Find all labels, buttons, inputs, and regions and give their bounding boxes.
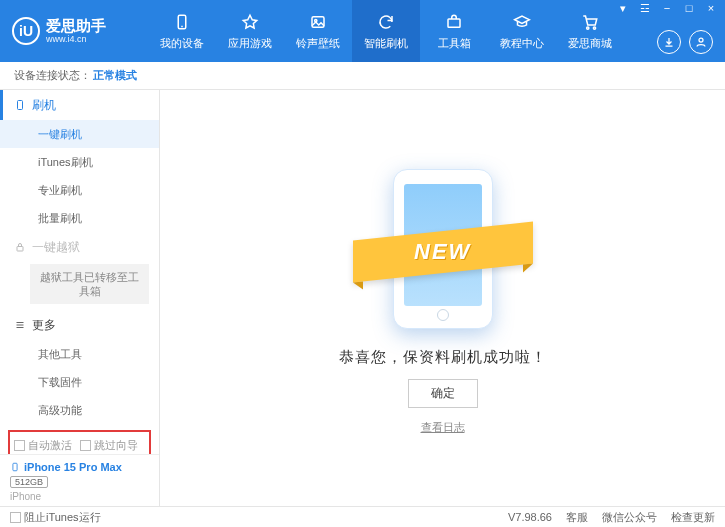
device-info: iPhone 15 Pro Max 512GB iPhone <box>0 454 159 506</box>
view-log-link[interactable]: 查看日志 <box>421 420 465 435</box>
sidebar-section-jailbreak[interactable]: 一键越狱 <box>0 232 159 262</box>
nav-apps[interactable]: 应用游戏 <box>216 0 284 62</box>
nav-label: 应用游戏 <box>228 36 272 51</box>
sidebar-item-othertools[interactable]: 其他工具 <box>0 340 159 368</box>
footer-link-wechat[interactable]: 微信公众号 <box>602 510 657 525</box>
logo: iU 爱思助手 www.i4.cn <box>6 17 148 45</box>
refresh-icon <box>376 12 396 32</box>
checkbox-auto-activate[interactable]: 自动激活 <box>14 438 72 453</box>
nav-store[interactable]: 爱思商城 <box>556 0 624 62</box>
status-bar: 设备连接状态： 正常模式 <box>0 62 725 90</box>
maximize-icon[interactable]: □ <box>681 0 697 16</box>
download-icon[interactable] <box>657 30 681 54</box>
status-value: 正常模式 <box>93 68 137 83</box>
status-label: 设备连接状态： <box>14 68 91 83</box>
success-illustration: NEW <box>353 161 533 336</box>
sidebar-header-label: 一键越狱 <box>32 239 80 256</box>
lock-icon <box>14 241 26 253</box>
footer: 阻止iTunes运行 V7.98.66 客服 微信公众号 检查更新 <box>0 506 725 527</box>
device-storage: 512GB <box>10 476 48 488</box>
cart-icon <box>580 12 600 32</box>
ok-button[interactable]: 确定 <box>408 379 478 408</box>
checkbox-block-itunes[interactable]: 阻止iTunes运行 <box>10 510 101 525</box>
footer-link-support[interactable]: 客服 <box>566 510 588 525</box>
app-title: 爱思助手 <box>46 18 106 34</box>
device-icon <box>10 461 20 473</box>
skin-icon[interactable]: ☲ <box>637 0 653 16</box>
svg-point-7 <box>699 38 703 42</box>
main-nav: 我的设备 应用游戏 铃声壁纸 智能刷机 工具箱 教程中心 爱思商城 <box>148 0 624 62</box>
window-controls: ▾ ☲ − □ × <box>615 0 719 16</box>
checkbox-label: 自动激活 <box>28 438 72 453</box>
app-url: www.i4.cn <box>46 34 106 45</box>
nav-label: 我的设备 <box>160 36 204 51</box>
sidebar-item-pro[interactable]: 专业刷机 <box>0 176 159 204</box>
image-icon <box>308 12 328 32</box>
nav-label: 爱思商城 <box>568 36 612 51</box>
phone-icon <box>172 12 192 32</box>
nav-flash[interactable]: 智能刷机 <box>352 0 420 62</box>
checkbox-label: 跳过向导 <box>94 438 138 453</box>
toolbox-icon <box>444 12 464 32</box>
svg-rect-2 <box>312 16 324 27</box>
sidebar-header-label: 刷机 <box>32 97 56 114</box>
svg-rect-4 <box>448 19 460 27</box>
minimize-icon[interactable]: − <box>659 0 675 16</box>
options-highlight-box: 自动激活 跳过向导 <box>8 430 151 454</box>
sidebar-section-more[interactable]: 更多 <box>0 310 159 340</box>
nav-label: 教程中心 <box>500 36 544 51</box>
nav-label: 工具箱 <box>438 36 471 51</box>
graduation-icon <box>512 12 532 32</box>
nav-toolbox[interactable]: 工具箱 <box>420 0 488 62</box>
nav-my-device[interactable]: 我的设备 <box>148 0 216 62</box>
sidebar-item-batch[interactable]: 批量刷机 <box>0 204 159 232</box>
sidebar: 刷机 一键刷机 iTunes刷机 专业刷机 批量刷机 一键越狱 越狱工具已转移至… <box>0 90 160 506</box>
checkbox-skip-guide[interactable]: 跳过向导 <box>80 438 138 453</box>
sidebar-header-label: 更多 <box>32 317 56 334</box>
app-header: iU 爱思助手 www.i4.cn 我的设备 应用游戏 铃声壁纸 智能刷机 工具… <box>0 0 725 62</box>
svg-point-5 <box>587 26 589 28</box>
nav-label: 智能刷机 <box>364 36 408 51</box>
sidebar-section-flash[interactable]: 刷机 <box>0 90 159 120</box>
flash-icon <box>14 99 26 111</box>
sidebar-item-download-fw[interactable]: 下载固件 <box>0 368 159 396</box>
apps-icon <box>240 12 260 32</box>
main-content: NEW 恭喜您，保资料刷机成功啦！ 确定 查看日志 <box>160 90 725 506</box>
svg-point-6 <box>593 26 595 28</box>
device-name[interactable]: iPhone 15 Pro Max <box>10 461 149 473</box>
user-icon[interactable] <box>689 30 713 54</box>
footer-link-update[interactable]: 检查更新 <box>671 510 715 525</box>
svg-rect-9 <box>17 247 23 252</box>
close-icon[interactable]: × <box>703 0 719 16</box>
sidebar-item-advanced[interactable]: 高级功能 <box>0 396 159 424</box>
logo-icon: iU <box>12 17 40 45</box>
nav-label: 铃声壁纸 <box>296 36 340 51</box>
svg-rect-13 <box>13 463 17 471</box>
sidebar-item-itunes[interactable]: iTunes刷机 <box>0 148 159 176</box>
success-message: 恭喜您，保资料刷机成功啦！ <box>339 348 547 367</box>
version-label: V7.98.66 <box>508 511 552 523</box>
checkbox-label: 阻止iTunes运行 <box>24 510 101 525</box>
nav-tutorial[interactable]: 教程中心 <box>488 0 556 62</box>
list-icon <box>14 319 26 331</box>
sidebar-item-oneclick[interactable]: 一键刷机 <box>0 120 159 148</box>
nav-ringtone[interactable]: 铃声壁纸 <box>284 0 352 62</box>
svg-rect-8 <box>18 101 23 110</box>
device-type: iPhone <box>10 491 149 502</box>
jailbreak-note: 越狱工具已转移至工具箱 <box>30 264 149 304</box>
menu-icon[interactable]: ▾ <box>615 0 631 16</box>
